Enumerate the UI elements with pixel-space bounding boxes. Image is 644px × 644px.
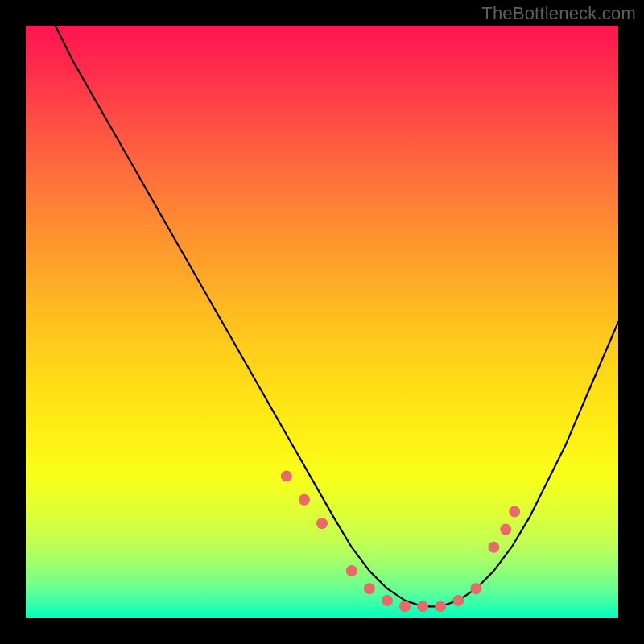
marker-point bbox=[452, 595, 464, 606]
attribution-text: TheBottleneck.com bbox=[481, 3, 636, 24]
chart-frame: TheBottleneck.com bbox=[0, 0, 644, 644]
marker-point bbox=[509, 506, 520, 518]
marker-point bbox=[488, 542, 499, 553]
curve-layer bbox=[26, 26, 618, 618]
marker-point bbox=[417, 601, 428, 612]
marker-point bbox=[470, 583, 481, 594]
marker-point bbox=[299, 494, 310, 506]
marker-point bbox=[364, 583, 375, 594]
marker-point bbox=[316, 518, 328, 529]
marker-point bbox=[435, 601, 446, 612]
highlight-markers bbox=[281, 470, 520, 612]
marker-point bbox=[500, 524, 511, 535]
bottleneck-curve bbox=[56, 26, 618, 606]
marker-point bbox=[399, 601, 411, 612]
plot-area bbox=[26, 26, 618, 618]
marker-point bbox=[382, 595, 393, 606]
marker-point bbox=[281, 470, 292, 481]
marker-point bbox=[346, 565, 357, 576]
